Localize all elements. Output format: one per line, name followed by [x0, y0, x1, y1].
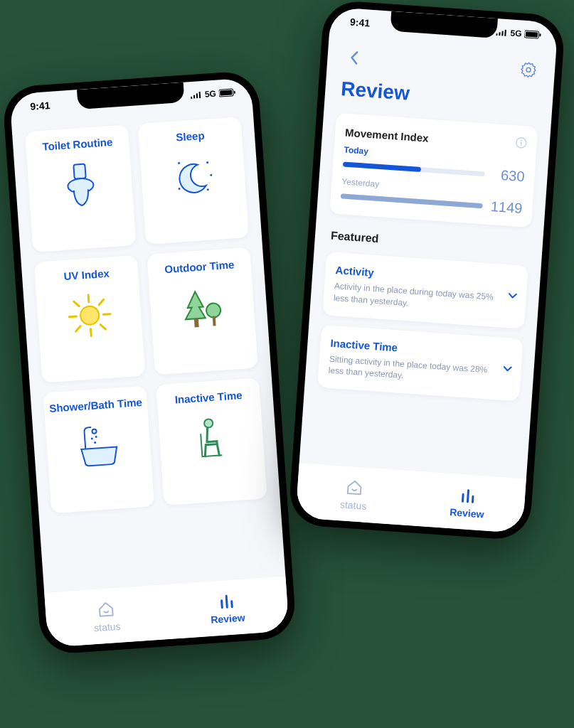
svg-line-33 [232, 601, 233, 606]
chart-icon [217, 591, 237, 611]
svg-rect-2 [196, 93, 198, 98]
moon-icon [166, 151, 220, 204]
card-title: Inactive Time [174, 389, 243, 406]
svg-point-11 [210, 174, 212, 176]
svg-line-19 [73, 301, 78, 306]
chevron-down-icon [507, 289, 518, 303]
svg-line-20 [100, 324, 105, 329]
home-icon [96, 599, 116, 619]
featured-card-inactive-time[interactable]: Inactive Time Sitting activity in the pl… [317, 324, 523, 401]
card-title: UV Index [63, 267, 110, 282]
sun-icon [63, 289, 116, 342]
nav-label: Review [450, 506, 484, 520]
svg-line-47 [472, 496, 473, 502]
yesterday-bar [341, 193, 483, 208]
svg-point-27 [90, 437, 92, 439]
svg-rect-36 [501, 31, 503, 36]
svg-point-13 [178, 188, 180, 190]
nav-label: Review [211, 611, 245, 625]
signal-icon [191, 91, 203, 99]
card-title: Shower/Bath Time [49, 396, 142, 414]
svg-point-43 [521, 140, 522, 141]
phone-mockup-left: 9:41 5G Toilet Routine [2, 70, 297, 655]
nav-status[interactable]: status [44, 584, 169, 648]
card-shower-bath-time[interactable]: Shower/Bath Time [43, 385, 155, 513]
chevron-down-icon [502, 363, 513, 376]
card-title: Outdoor Time [164, 258, 235, 275]
back-button[interactable] [343, 46, 366, 69]
svg-point-30 [203, 419, 213, 428]
today-value: 630 [491, 166, 525, 185]
svg-point-12 [206, 188, 208, 191]
card-title: Sleep [176, 129, 205, 144]
yesterday-value: 1149 [489, 198, 523, 217]
status-time: 9:41 [30, 100, 51, 112]
svg-line-16 [90, 329, 91, 336]
svg-rect-1 [193, 95, 195, 99]
svg-line-18 [103, 314, 110, 315]
svg-rect-0 [191, 97, 192, 99]
tree-icon [176, 281, 229, 334]
svg-rect-34 [496, 33, 497, 36]
svg-rect-23 [193, 318, 198, 327]
card-outdoor-time[interactable]: Outdoor Time [147, 247, 258, 375]
nav-label: status [340, 498, 367, 512]
svg-rect-40 [539, 33, 541, 36]
today-bar [343, 161, 485, 176]
category-grid: Toilet Routine Sleep UV Index [25, 117, 267, 513]
card-sleep[interactable]: Sleep [138, 117, 250, 245]
status-time: 9:41 [350, 16, 371, 29]
svg-rect-3 [199, 92, 201, 98]
home-icon [345, 477, 365, 497]
featured-card-activity[interactable]: Activity Activity in the place during to… [322, 252, 528, 328]
svg-line-15 [88, 295, 89, 302]
info-icon[interactable] [515, 136, 527, 151]
movement-index-card[interactable]: Movement Index Today 630 Yesterday [329, 113, 538, 228]
card-inactive-time[interactable]: Inactive Time [156, 378, 267, 505]
nav-review[interactable]: Review [165, 576, 289, 639]
bath-icon [72, 419, 125, 473]
svg-line-21 [98, 299, 103, 304]
battery-icon [218, 88, 236, 98]
signal-icon [496, 28, 508, 36]
svg-point-29 [94, 441, 96, 444]
svg-line-31 [222, 600, 223, 607]
svg-point-9 [177, 162, 179, 164]
svg-point-28 [95, 436, 97, 438]
phone-mockup-right: 9:41 5G Review [288, 0, 566, 541]
nav-review[interactable]: Review [409, 471, 526, 533]
toilet-icon [53, 159, 107, 212]
svg-point-14 [80, 306, 100, 326]
chart-icon [458, 485, 478, 505]
svg-rect-6 [234, 91, 235, 94]
movement-index-title: Movement Index [345, 126, 429, 144]
card-toilet-routine[interactable]: Toilet Routine [25, 124, 137, 252]
svg-point-10 [206, 161, 208, 164]
network-label: 5G [204, 89, 216, 100]
svg-line-46 [467, 490, 468, 501]
svg-rect-37 [504, 30, 506, 36]
featured-heading: Featured [330, 229, 527, 255]
svg-line-17 [69, 316, 76, 317]
svg-line-32 [226, 596, 227, 607]
svg-rect-5 [220, 90, 232, 95]
battery-icon [524, 30, 542, 40]
svg-rect-39 [526, 31, 538, 37]
svg-point-41 [526, 68, 531, 72]
gear-icon [519, 60, 538, 79]
svg-point-24 [206, 303, 220, 318]
svg-rect-7 [73, 164, 85, 179]
sitting-icon [185, 412, 238, 465]
network-label: 5G [510, 28, 522, 38]
chevron-left-icon [349, 50, 360, 66]
settings-button[interactable] [517, 58, 540, 81]
svg-point-26 [92, 429, 96, 433]
card-uv-index[interactable]: UV Index [34, 255, 146, 383]
nav-status[interactable]: status [295, 463, 413, 525]
svg-line-22 [75, 326, 80, 331]
card-title: Toilet Routine [42, 136, 113, 153]
svg-line-45 [462, 494, 463, 501]
svg-rect-35 [499, 32, 500, 36]
nav-label: status [94, 620, 121, 633]
